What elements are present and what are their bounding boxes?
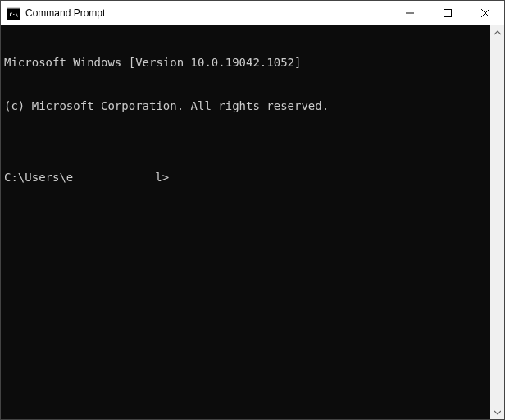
prompt-line: C:\Users\e l> [4, 171, 487, 185]
scroll-up-button[interactable] [490, 25, 504, 39]
svg-text:C:\: C:\ [10, 11, 19, 16]
maximize-button[interactable] [429, 1, 466, 25]
scroll-track[interactable] [490, 39, 504, 405]
prompt-prefix: C:\Users\e [4, 171, 73, 184]
terminal-output[interactable]: Microsoft Windows [Version 10.0.19042.10… [1, 25, 490, 419]
terminal-line: (c) Microsoft Corporation. All rights re… [4, 99, 487, 114]
minimize-icon [406, 9, 414, 17]
chevron-down-icon [494, 409, 501, 416]
window-controls [391, 1, 504, 25]
window-title: Command Prompt [25, 7, 391, 19]
prompt-suffix: l> [155, 171, 169, 184]
vertical-scrollbar[interactable] [490, 25, 504, 419]
svg-rect-1 [7, 7, 20, 9]
titlebar[interactable]: C:\ Command Prompt [1, 1, 504, 25]
app-icon: C:\ [7, 7, 20, 20]
scroll-down-button[interactable] [490, 405, 504, 419]
svg-rect-4 [444, 9, 452, 16]
command-prompt-window: C:\ Command Prompt [0, 0, 505, 420]
close-button[interactable] [466, 1, 504, 25]
redacted-username [73, 171, 155, 185]
content-area: Microsoft Windows [Version 10.0.19042.10… [1, 25, 504, 419]
minimize-button[interactable] [391, 1, 429, 25]
maximize-icon [444, 9, 452, 17]
close-icon [481, 9, 489, 17]
terminal-line: Microsoft Windows [Version 10.0.19042.10… [4, 56, 487, 71]
chevron-up-icon [494, 30, 501, 36]
